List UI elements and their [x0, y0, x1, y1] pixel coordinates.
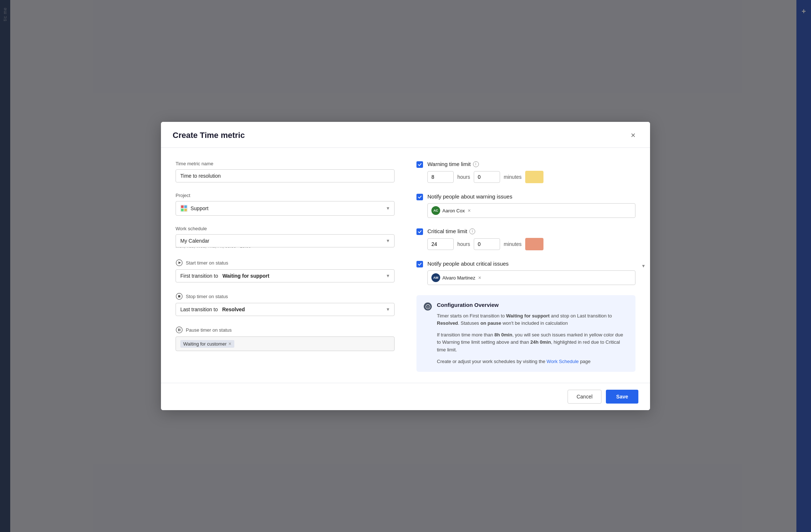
modal-title: Create Time metric [173, 131, 245, 140]
stop-timer-label: Stop timer on status [186, 294, 228, 299]
critical-person-initials: AM [433, 276, 438, 280]
close-button[interactable]: × [628, 130, 638, 141]
svg-rect-8 [178, 295, 180, 297]
pause-timer-icon [176, 326, 183, 334]
pause-timer-label: Pause timer on status [186, 327, 232, 333]
cancel-button[interactable]: Cancel [568, 390, 602, 404]
start-timer-label-row: Start timer on status [176, 259, 395, 266]
warning-time-inputs: hours minutes [427, 171, 635, 183]
start-timer-icon [176, 259, 183, 266]
project-field-group: Project [176, 193, 395, 216]
critical-hours-input[interactable] [427, 238, 454, 250]
stop-timer-status: Resolved [222, 307, 245, 312]
notify-warning-row: Notify people about warning issues AC Aa… [416, 193, 635, 218]
config-bold-resolved: Resolved [437, 320, 458, 326]
critical-label: Critical time limit [427, 228, 467, 234]
pause-timer-select[interactable]: Waiting for customer × ▼ [176, 336, 395, 351]
create-time-metric-modal: Create Time metric × Time metric name Pr… [161, 122, 650, 410]
pause-tag-remove[interactable]: × [228, 341, 231, 346]
work-schedule-link[interactable]: Work Schedule [547, 359, 579, 364]
svg-rect-4 [184, 209, 187, 211]
right-column: Warning time limit i hours minutes [416, 161, 635, 372]
pause-tag: Waiting for customer × [180, 340, 234, 348]
svg-rect-11 [180, 329, 180, 331]
start-timer-select[interactable]: First transition to Waiting for support … [176, 269, 395, 282]
critical-color-swatch[interactable] [525, 238, 543, 250]
schedule-field-group: Work schedule My Calendar ▼ Mon, Tue, We… [176, 226, 395, 249]
critical-info-icon[interactable]: i [469, 228, 475, 234]
critical-person-name: Alvaro Martinez [442, 275, 475, 281]
project-select[interactable]: Support ▼ [176, 201, 395, 216]
warning-title-row: Warning time limit i [427, 161, 635, 167]
svg-point-9 [176, 327, 182, 333]
warning-minutes-input[interactable] [474, 171, 500, 183]
notify-critical-row: Notify people about critical issues AM A… [416, 261, 635, 285]
warning-label: Warning time limit [427, 161, 471, 167]
project-dropdown-arrow: ▼ [386, 206, 390, 211]
start-timer-select-wrapper: First transition to Waiting for support … [176, 269, 395, 282]
name-label: Time metric name [176, 161, 395, 166]
schedule-label: Work schedule [176, 226, 395, 231]
notify-warning-input[interactable]: AC Aaron Cox × [427, 203, 635, 218]
critical-minutes-input[interactable] [474, 238, 500, 250]
warning-color-swatch[interactable] [525, 171, 543, 183]
notify-critical-checkbox[interactable] [416, 261, 423, 267]
warning-hours-input[interactable] [427, 171, 454, 183]
stop-timer-row: Stop timer on status Last transition to … [176, 293, 395, 316]
page-background: tic me + Create Time metric × Time metri… [0, 0, 811, 532]
pause-timer-row: Pause timer on status Waiting for custom… [176, 326, 395, 351]
critical-person-avatar: AM [431, 273, 440, 282]
name-field-group: Time metric name [176, 161, 395, 182]
warning-person-initials: AC [434, 209, 438, 212]
modal-body: Time metric name Project [161, 148, 650, 383]
config-bold-pause: on pause [480, 320, 501, 326]
save-button[interactable]: Save [606, 390, 638, 404]
critical-hours-unit: hours [457, 241, 470, 247]
notify-critical-input[interactable]: AM Alvaro Martinez × [427, 270, 635, 285]
config-overview: i Configuration Overview Timer starts on… [416, 295, 635, 372]
notify-warning-label: Notify people about warning issues [427, 193, 512, 200]
warning-info-icon[interactable]: i [473, 161, 479, 167]
svg-rect-2 [184, 205, 187, 208]
schedule-select-wrapper: My Calendar ▼ [176, 234, 395, 247]
stop-timer-label-row: Stop timer on status [176, 293, 395, 300]
critical-checkbox[interactable] [416, 228, 423, 235]
notify-warning-checkbox[interactable] [416, 194, 423, 200]
critical-person-remove[interactable]: × [478, 275, 481, 280]
warning-person-avatar: AC [431, 206, 440, 215]
pause-timer-arrow: ▼ [641, 263, 646, 269]
critical-limit-row: Critical time limit i hours minutes [416, 228, 635, 250]
stop-timer-arrow: ▼ [386, 307, 390, 312]
config-desc-2: If transition time more than 8h 0min, yo… [437, 331, 628, 353]
project-select-wrapper: Support ▼ [176, 201, 395, 216]
stop-timer-select[interactable]: Last transition to Resolved ▼ [176, 303, 395, 316]
start-timer-row: Start timer on status First transition t… [176, 259, 395, 282]
stop-timer-icon [176, 293, 183, 300]
svg-text:i: i [427, 305, 428, 309]
stop-timer-text: Last transition to Resolved [180, 307, 245, 312]
notify-critical-content: Notify people about critical issues AM A… [427, 261, 635, 285]
warning-person-name: Aaron Cox [442, 208, 465, 213]
project-name: Support [191, 205, 208, 211]
warning-content: Warning time limit i hours minutes [427, 161, 635, 183]
warning-person-remove[interactable]: × [468, 208, 470, 213]
start-timer-prefix: First transition to [180, 273, 218, 279]
config-bold-8h: 8h 0min [495, 332, 512, 338]
notify-critical-label: Notify people about critical issues [427, 261, 509, 267]
warning-minutes-unit: minutes [504, 174, 522, 180]
svg-rect-3 [181, 209, 184, 211]
notify-warning-content: Notify people about warning issues AC Aa… [427, 193, 635, 218]
left-column: Time metric name Project [176, 161, 395, 372]
config-title: Configuration Overview [437, 302, 628, 308]
stop-timer-prefix: Last transition to [180, 307, 218, 312]
config-link-row: Create or adjust your work schedules by … [437, 358, 628, 365]
name-input[interactable] [176, 169, 395, 182]
svg-marker-6 [178, 262, 181, 264]
warning-limit-row: Warning time limit i hours minutes [416, 161, 635, 183]
config-desc-1: Timer starts on First transition to Wait… [437, 312, 628, 327]
start-timer-arrow: ▼ [386, 273, 390, 278]
pause-timer-label-row: Pause timer on status [176, 326, 395, 334]
schedule-select[interactable]: My Calendar [176, 234, 395, 247]
critical-person-tag: AM Alvaro Martinez × [431, 273, 481, 282]
warning-checkbox[interactable] [416, 161, 423, 168]
